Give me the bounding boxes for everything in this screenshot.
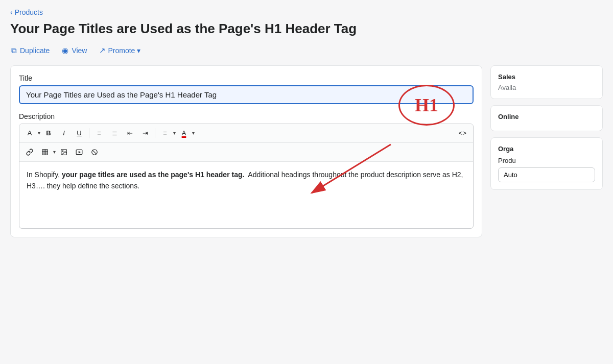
- underline-button[interactable]: U: [72, 126, 86, 140]
- online-title: Online: [498, 113, 595, 120]
- org-card: Orga Produ: [490, 137, 603, 190]
- duplicate-label: Duplicate: [20, 46, 50, 55]
- promote-icon: ↗: [99, 46, 106, 55]
- right-panel: Sales Availa Online Orga Produ: [490, 65, 603, 364]
- toolbar-divider-1: [89, 128, 89, 138]
- table-button[interactable]: [38, 145, 52, 159]
- table-arrow-icon: ▾: [53, 149, 56, 155]
- bold-button[interactable]: B: [41, 126, 56, 140]
- image-button[interactable]: [57, 145, 71, 159]
- outdent-button[interactable]: ⇤: [123, 126, 137, 140]
- unordered-list-button[interactable]: ≡: [92, 126, 106, 140]
- chevron-left-icon: ‹: [10, 8, 13, 16]
- ordered-list-button[interactable]: ≣: [107, 126, 122, 140]
- duplicate-icon: ⧉: [11, 46, 17, 55]
- italic-button[interactable]: I: [57, 126, 71, 140]
- code-button[interactable]: <>: [455, 126, 470, 140]
- no-format-button[interactable]: [87, 145, 102, 159]
- text-color-arrow-icon: ▾: [192, 130, 195, 136]
- font-size-button[interactable]: A: [22, 126, 37, 140]
- editor-content-area[interactable]: In Shopify, your page titles are used as…: [19, 162, 473, 228]
- product-type-input[interactable]: [498, 167, 595, 182]
- chevron-down-icon: ▾: [137, 46, 140, 55]
- org-title: Orga: [498, 145, 595, 153]
- view-label: View: [72, 46, 87, 55]
- align-button[interactable]: ≡: [158, 126, 172, 140]
- promote-label: Promote: [108, 46, 135, 55]
- svg-marker-8: [79, 151, 81, 153]
- breadcrumb-label: Products: [15, 8, 43, 16]
- left-panel: Title Description A ▾ B I: [10, 65, 482, 364]
- main-content: Title Description A ▾ B I: [10, 65, 603, 364]
- title-label: Title: [19, 74, 474, 82]
- back-link[interactable]: ‹ Products: [10, 8, 43, 16]
- align-arrow-icon: ▾: [173, 130, 176, 136]
- text-color-button[interactable]: A: [177, 126, 191, 140]
- promote-button[interactable]: ↗ Promote ▾: [98, 44, 142, 57]
- toolbar-row1: A ▾ B I U ≡ ≣ ⇤ ⇥: [19, 124, 473, 143]
- rich-text-editor: A ▾ B I U ≡ ≣ ⇤ ⇥: [19, 124, 474, 229]
- page-title: Your Page Titles are Used as the Page's …: [10, 20, 603, 38]
- svg-rect-0: [42, 150, 48, 155]
- toolbar-divider-2: [155, 128, 155, 138]
- toolbar-row2: ▾: [19, 143, 473, 162]
- action-bar: ⧉ Duplicate ◉ View ↗ Promote ▾: [10, 44, 603, 57]
- svg-point-6: [62, 151, 63, 152]
- online-card: Online: [490, 105, 603, 131]
- sales-card: Sales Availa: [490, 65, 603, 99]
- link-button[interactable]: [22, 145, 37, 159]
- sales-subtitle: Availa: [498, 84, 595, 91]
- indent-button[interactable]: ⇥: [138, 126, 152, 140]
- product-type-label: Produ: [498, 157, 595, 164]
- font-size-arrow-icon: ▾: [38, 130, 40, 136]
- duplicate-button[interactable]: ⧉ Duplicate: [10, 44, 51, 57]
- sales-title: Sales: [498, 73, 595, 81]
- video-button[interactable]: [72, 145, 86, 159]
- eye-icon: ◉: [62, 46, 68, 55]
- breadcrumb: ‹ Products: [10, 8, 603, 16]
- title-input[interactable]: [19, 85, 474, 104]
- page-wrapper: ‹ Products Your Page Titles are Used as …: [0, 0, 613, 364]
- svg-line-10: [92, 150, 97, 154]
- product-card: Title Description A ▾ B I: [10, 65, 482, 237]
- view-button[interactable]: ◉ View: [61, 44, 88, 57]
- description-label: Description: [19, 112, 474, 120]
